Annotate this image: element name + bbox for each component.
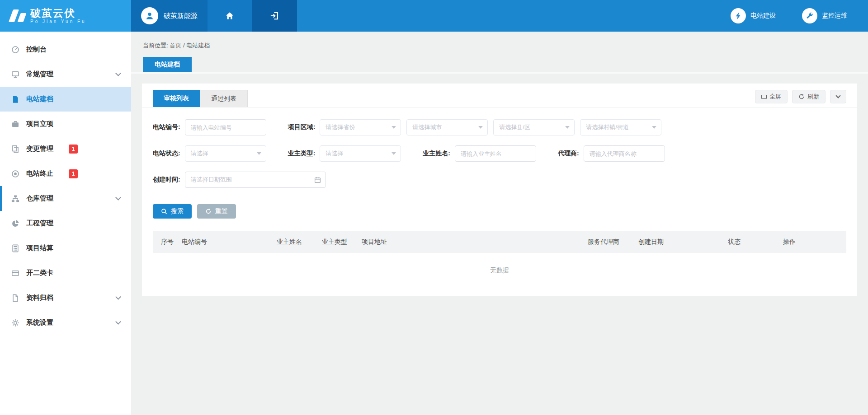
calendar-icon [314, 177, 321, 183]
login-arrow-icon [270, 11, 279, 20]
sidebar: 控制台 常规管理 电站建档 项目立项 [0, 32, 131, 415]
results-table: 序号 电站编号 业主姓名 业主类型 项目地址 服务代理商 创建日期 状态 操作 … [153, 231, 846, 277]
top-nav: 电站建设 监控运维 [731, 0, 868, 32]
page-tab-station-filing[interactable]: 电站建档 [143, 57, 192, 72]
filter-owner-type: 业主类型: 请选择 [288, 145, 401, 162]
wrench-icon [802, 8, 817, 23]
column-header-actions: 操作 [783, 238, 846, 246]
nav-monitoring-ops[interactable]: 监控运维 [802, 8, 847, 23]
logout-button[interactable] [252, 0, 297, 32]
station-no-input[interactable] [185, 119, 266, 135]
search-button[interactable]: 搜索 [153, 204, 192, 219]
user-menu[interactable]: 破茧新能源 [131, 0, 208, 32]
sidebar-item-engineering-management[interactable]: 工程管理 [0, 211, 131, 236]
briefcase-icon [11, 120, 20, 129]
brand-tagline: Po Jian Yun Fu [30, 19, 86, 24]
sidebar-item-second-class-card[interactable]: 开二类卡 [0, 261, 131, 285]
layout: 控制台 常规管理 电站建档 项目立项 [0, 32, 868, 415]
caret-down-icon [478, 126, 483, 129]
dashboard-icon [11, 45, 20, 54]
filter-owner-name: 业主姓名: [423, 145, 536, 162]
main-content: 当前位置: 首页 / 电站建档 电站建档 审核列表 通过列表 [131, 32, 868, 415]
sidebar-item-warehouse-management[interactable]: 仓库管理 [0, 186, 131, 211]
owner-type-select[interactable]: 请选择 [320, 145, 401, 162]
chevron-down-icon [115, 195, 121, 201]
form-actions: 搜索 重置 [142, 198, 857, 219]
sidebar-item-station-termination[interactable]: 电站终止 1 [0, 161, 131, 186]
sidebar-item-system-settings[interactable]: 系统设置 [0, 310, 131, 335]
nav-station-construction[interactable]: 电站建设 [731, 8, 776, 23]
breadcrumb-separator: / [183, 42, 185, 49]
sidebar-item-general-management[interactable]: 常规管理 [0, 62, 131, 87]
gear-icon [11, 318, 20, 327]
top-bar-main: 破茧新能源 电站建设 [131, 0, 868, 32]
home-button[interactable] [208, 0, 252, 32]
filter-region: 项目区域: 请选择省份 请选择城市 请选择县/区 [288, 119, 662, 135]
city-select[interactable]: 请选择城市 [406, 119, 488, 135]
town-select[interactable]: 请选择村镇/街道 [580, 119, 661, 135]
avatar [141, 7, 158, 24]
sidebar-item-console[interactable]: 控制台 [0, 37, 131, 62]
filter-form: 电站编号: 项目区域: 请选择省份 请选择城市 [142, 107, 857, 188]
status-select[interactable]: 请选择 [185, 145, 266, 162]
notification-badge: 1 [69, 145, 78, 154]
document-icon [11, 95, 20, 104]
column-header-station-no: 电站编号 [182, 238, 277, 246]
breadcrumb: 当前位置: 首页 / 电站建档 [131, 32, 868, 57]
user-icon [145, 11, 154, 20]
filter-agent: 代理商: [558, 145, 665, 162]
brand-text: 破茧云伏 Po Jian Yun Fu [30, 8, 86, 24]
date-range-input[interactable]: 请选择日期范围 [185, 172, 326, 188]
sidebar-item-change-management[interactable]: 变更管理 1 [0, 136, 131, 161]
province-select[interactable]: 请选择省份 [320, 119, 401, 135]
sidebar-item-project-settlement[interactable]: 项目结算 [0, 236, 131, 261]
nav-label: 监控运维 [822, 12, 847, 20]
brand-logo: 破茧云伏 Po Jian Yun Fu [0, 0, 131, 32]
column-header-owner-name: 业主姓名 [277, 238, 322, 246]
filter-row-3: 创建时间: 请选择日期范围 [153, 172, 846, 188]
card-icon [11, 269, 20, 278]
app-root: 破茧云伏 Po Jian Yun Fu 破茧新能源 [0, 0, 868, 415]
breadcrumb-prefix: 当前位置: [143, 42, 168, 49]
caret-down-icon [257, 152, 261, 155]
sidebar-item-data-archive[interactable]: 资料归档 [0, 285, 131, 310]
column-header-index: 序号 [153, 238, 182, 246]
breadcrumb-home-link[interactable]: 首页 [170, 42, 181, 49]
pie-chart-icon [11, 219, 20, 228]
monitor-icon [11, 70, 20, 79]
home-icon [225, 11, 234, 20]
column-header-service-agent: 服务代理商 [588, 238, 638, 246]
reset-icon [205, 208, 212, 214]
search-icon [161, 208, 167, 214]
owner-name-input[interactable] [455, 145, 536, 162]
lightning-icon [731, 8, 746, 23]
caret-down-icon [392, 152, 396, 155]
panel-tabs: 审核列表 通过列表 [153, 90, 248, 107]
nav-label: 电站建设 [750, 12, 776, 20]
table-header-row: 序号 电站编号 业主姓名 业主类型 项目地址 服务代理商 创建日期 状态 操作 [153, 231, 846, 253]
breadcrumb-current: 电站建档 [186, 42, 210, 49]
chevron-down-icon [835, 93, 840, 98]
tab-review-list[interactable]: 审核列表 [153, 90, 200, 107]
sidebar-item-station-filing[interactable]: 电站建档 [0, 87, 131, 112]
agent-input[interactable] [584, 145, 665, 162]
filter-created-time: 创建时间: 请选择日期范围 [153, 172, 326, 188]
reset-button[interactable]: 重置 [197, 204, 236, 219]
caret-down-icon [565, 126, 570, 129]
sitemap-icon [11, 194, 20, 203]
refresh-button[interactable]: 刷新 [792, 90, 826, 103]
filter-station-no: 电站编号: [153, 119, 266, 135]
fullscreen-icon [761, 95, 767, 99]
sidebar-item-project-initiation[interactable]: 项目立项 [0, 112, 131, 136]
county-select[interactable]: 请选择县/区 [493, 119, 575, 135]
caret-down-icon [392, 126, 396, 129]
collapse-button[interactable] [830, 90, 846, 103]
tab-passed-list[interactable]: 通过列表 [200, 90, 248, 107]
filter-row-2: 电站状态: 请选择 业主类型: 请选择 [153, 145, 846, 162]
chevron-down-icon [115, 70, 121, 76]
fullscreen-button[interactable]: 全屏 [755, 90, 788, 103]
filter-station-status: 电站状态: 请选择 [153, 145, 266, 162]
content-panel: 审核列表 通过列表 全屏 刷新 [142, 84, 857, 296]
page-tab-bar: 电站建档 [131, 57, 868, 74]
chevron-down-icon [115, 319, 121, 325]
